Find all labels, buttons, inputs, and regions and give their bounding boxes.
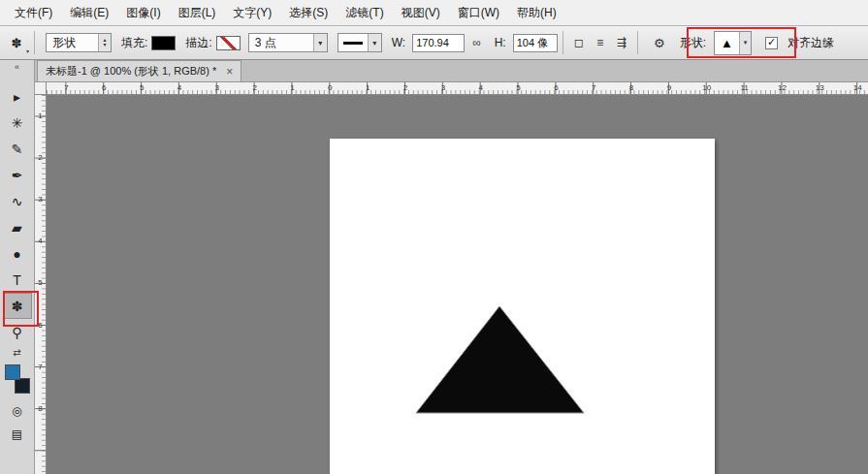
custom-shape-tool[interactable]: ✽ <box>3 293 32 319</box>
menu-item[interactable]: 视图(V) <box>393 5 449 21</box>
ruler-number: 13 <box>801 82 839 93</box>
ruler-number: 14 <box>839 82 868 93</box>
menu-bar: 文件(F) 编辑(E) 图像(I) 图层(L) 文字(Y) 选择(S) 滤镜(T… <box>0 0 868 26</box>
custom-shape-tool-icon: ✽ <box>12 36 22 50</box>
check-icon: ✓ <box>767 37 776 47</box>
ruler-number: 2 <box>236 82 273 93</box>
ruler-number: 5 <box>123 82 161 93</box>
menu-item[interactable]: 帮助(H) <box>508 5 565 21</box>
align-edges-label: 对齐边缘 <box>788 35 834 51</box>
menu-item[interactable]: 图层(L) <box>170 5 225 21</box>
stroke-width-value: 3 点 <box>249 34 313 51</box>
ruler-number: 3 <box>35 178 46 220</box>
ruler-number: 4 <box>35 220 46 262</box>
triangle-shape[interactable] <box>416 306 584 413</box>
width-label: W: <box>392 36 405 49</box>
tab-close-icon[interactable]: × <box>226 65 233 79</box>
ruler-number: 8 <box>35 388 46 429</box>
stroke-width-select[interactable]: 3 点 ▾ <box>248 33 328 52</box>
height-label: H: <box>495 36 506 49</box>
horizontal-ruler[interactable]: 7 6 5 4 3 2 1 0 1 2 3 4 5 6 7 8 <box>47 82 868 95</box>
line-style-preview <box>338 34 368 51</box>
ruler-number: 1 <box>273 82 311 93</box>
swap-colors-icon[interactable]: ⇄ <box>13 347 20 361</box>
chevron-down-icon[interactable]: ▾ <box>739 32 751 54</box>
ruler-number: 7 <box>48 82 85 93</box>
vertical-ruler[interactable]: 1 2 3 4 5 6 7 8 <box>35 95 47 474</box>
ruler-number: 6 <box>537 82 575 93</box>
zoom-tool[interactable]: ⚲ <box>3 319 32 345</box>
chevron-down-icon[interactable]: ▾ <box>368 34 381 51</box>
type-tool[interactable]: T <box>3 267 32 293</box>
tool-preset-button[interactable]: ✽ ▾ <box>4 31 29 54</box>
ruler-number: 6 <box>85 82 123 93</box>
ruler-number: 3 <box>198 82 236 93</box>
menu-item[interactable]: 图像(I) <box>117 5 169 21</box>
path-alignment-button[interactable]: ≡ <box>590 32 611 53</box>
blur-tool[interactable]: ● <box>3 240 32 267</box>
tool-bar: « ▸ ✳ ✎ ✒ ∿ ▰ <box>0 60 35 474</box>
menu-item[interactable]: 文字(Y) <box>224 5 280 21</box>
ruler-number: 2 <box>387 82 425 93</box>
menu-item[interactable]: 窗口(W) <box>449 5 508 21</box>
align-edges-checkbox[interactable]: ✓ <box>765 37 778 49</box>
link-dimensions-icon[interactable]: ∞ <box>472 36 481 49</box>
ruler-number: 4 <box>161 82 199 93</box>
tool-list: ▸ ✳ ✎ ✒ ∿ ▰ ● <box>3 83 32 345</box>
menu-item[interactable]: 文件(F) <box>6 5 61 21</box>
ruler-number: 7 <box>35 346 46 388</box>
quick-mask-button[interactable]: ◎ <box>3 399 32 423</box>
eyedropper-tool[interactable]: ✎ <box>3 136 32 162</box>
height-input[interactable] <box>513 34 558 52</box>
document-tab[interactable]: 未标题-1 @ 100% (形状 1, RGB/8) * × <box>37 60 241 81</box>
stroke-label: 描边: <box>185 35 211 51</box>
screen-mode-button[interactable]: ▤ <box>3 423 32 446</box>
shape-thumbnail-triangle: ▲ <box>715 32 739 54</box>
ruler-number: 12 <box>763 82 801 93</box>
collapse-toolbar-icon[interactable]: « <box>15 60 19 76</box>
shape-picker[interactable]: ▲ ▾ <box>714 31 752 55</box>
stroke-type-select[interactable]: ▾ <box>338 33 382 52</box>
fill-label: 填充: <box>121 35 147 51</box>
fill-color-swatch[interactable] <box>151 36 176 50</box>
menu-item[interactable]: 编辑(E) <box>61 5 117 21</box>
ruler-origin-corner[interactable] <box>35 82 47 95</box>
tool-mode-select[interactable]: 形状 ▴ ▾ <box>46 33 112 52</box>
stroke-color-swatch[interactable] <box>216 36 241 50</box>
path-operations-button[interactable]: ◻ <box>568 32 590 53</box>
ruler-number: 10 <box>688 82 725 93</box>
brush-tool[interactable]: ✒ <box>3 162 32 188</box>
color-swatches <box>5 364 30 394</box>
foreground-color-swatch[interactable] <box>5 364 20 380</box>
vertical-ruler-numbers: 1 2 3 4 5 6 7 8 <box>35 95 46 429</box>
spinner-arrows[interactable]: ▴ ▾ <box>98 34 111 51</box>
toolbar-bottom: ◎ ▤ <box>3 399 32 446</box>
gradient-tool[interactable]: ▰ <box>3 214 32 240</box>
divider <box>563 31 563 54</box>
move-tool[interactable]: ▸ <box>3 83 32 110</box>
magic-wand-tool[interactable]: ✳ <box>3 110 32 136</box>
path-arrangement-button[interactable]: ⇶ <box>611 32 632 53</box>
ruler-number: 1 <box>35 95 46 137</box>
ruler-number: 9 <box>651 82 689 93</box>
gear-icon[interactable]: ⚙ <box>649 32 670 53</box>
ruler-number: 5 <box>499 82 537 93</box>
ruler-number: 7 <box>575 82 613 93</box>
background-color-swatch[interactable] <box>15 378 30 394</box>
ruler-number: 6 <box>35 303 46 345</box>
ruler-number: 3 <box>424 82 462 93</box>
shape-label: 形状: <box>680 35 706 51</box>
canvas-area[interactable] <box>47 95 868 474</box>
menu-item[interactable]: 选择(S) <box>280 5 337 21</box>
smudge-tool[interactable]: ∿ <box>3 188 32 214</box>
width-input[interactable] <box>412 34 465 52</box>
menu-item[interactable]: 滤镜(T) <box>337 5 392 21</box>
ruler-number: 2 <box>35 137 46 178</box>
horizontal-ruler-numbers: 7 6 5 4 3 2 1 0 1 2 3 4 5 6 7 8 <box>47 82 868 93</box>
shape-layer <box>330 139 715 474</box>
document-canvas[interactable] <box>330 139 715 474</box>
ruler-number: 5 <box>35 262 46 303</box>
ruler-number: 8 <box>613 82 651 93</box>
divider <box>637 31 638 54</box>
chevron-down-icon[interactable]: ▾ <box>313 34 327 51</box>
